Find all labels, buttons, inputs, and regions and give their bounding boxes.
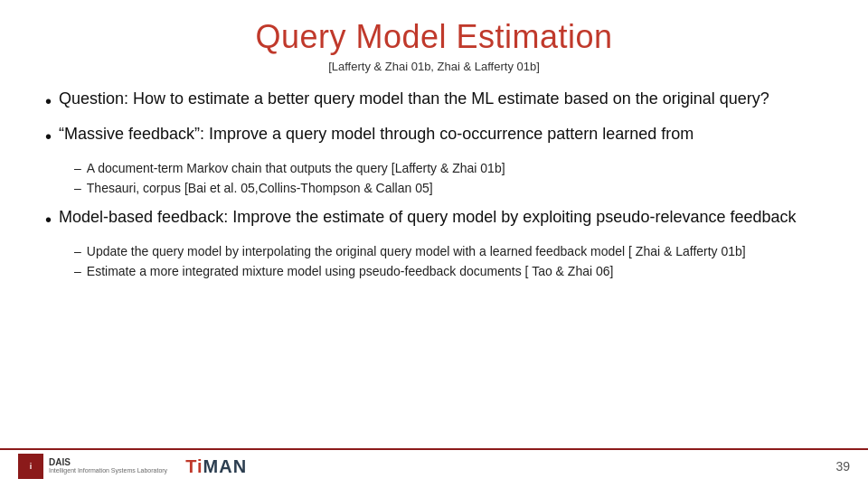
sub-bullet-3-2: – Estimate a more integrated mixture mod… — [74, 263, 823, 281]
timan-ti: Ti — [185, 456, 203, 476]
page-number: 39 — [835, 459, 850, 474]
dash-icon: – — [74, 263, 81, 281]
bullet-2: • “Massive feedback”: Improve a query mo… — [45, 123, 823, 149]
sub-bullet-2-2: – Thesauri, corpus [Bai et al. 05,Collin… — [74, 180, 823, 198]
dais-sub-text: Intelligent Information Systems Laborato… — [49, 467, 167, 474]
sub-bullet-2-1-text: A document-term Markov chain that output… — [87, 160, 505, 178]
dais-logo-box: i — [18, 454, 43, 479]
bullet-2-text: “Massive feedback”: Improve a query mode… — [59, 123, 823, 145]
footer-logos: i DAIS Intelligent Information Systems L… — [18, 454, 247, 479]
footer: i DAIS Intelligent Information Systems L… — [0, 454, 868, 479]
bullet-3: • Model-based feedback: Improve the esti… — [45, 206, 823, 232]
bottom-line — [0, 448, 868, 450]
dais-main-text: DAIS — [49, 457, 167, 467]
slide-title-container: Query Model Estimation — [45, 18, 823, 56]
bullet-1-dot: • — [45, 89, 52, 114]
dash-icon: – — [74, 180, 81, 198]
bullet-1-text: Question: How to estimate a better query… — [59, 88, 823, 110]
sub-bullet-2-1: – A document-term Markov chain that outp… — [74, 160, 823, 178]
timan-logo: TiMAN — [185, 456, 247, 477]
sub-bullet-3-1: – Update the query model by interpolatin… — [74, 243, 823, 261]
slide-subtitle: [Lafferty & Zhai 01b, Zhai & Lafferty 01… — [45, 60, 823, 73]
dash-icon: – — [74, 243, 81, 261]
slide: Query Model Estimation [Lafferty & Zhai … — [0, 0, 868, 488]
slide-content: • Question: How to estimate a better que… — [45, 88, 823, 443]
bullet-3-sub-bullets: – Update the query model by interpolatin… — [74, 243, 823, 280]
slide-title: Query Model Estimation — [45, 18, 823, 56]
bullet-2-dot: • — [45, 124, 52, 149]
dash-icon: – — [74, 160, 81, 178]
bullet-2-sub-bullets: – A document-term Markov chain that outp… — [74, 160, 823, 197]
sub-bullet-3-1-text: Update the query model by interpolating … — [87, 243, 746, 261]
bullet-3-dot: • — [45, 207, 52, 232]
timan-man: MAN — [203, 456, 248, 476]
dais-text-block: DAIS Intelligent Information Systems Lab… — [49, 457, 167, 474]
sub-bullet-3-2-text: Estimate a more integrated mixture model… — [87, 263, 614, 281]
bullet-3-text: Model-based feedback: Improve the estima… — [59, 206, 823, 229]
dais-logo-letter: i — [30, 462, 33, 471]
bullet-1: • Question: How to estimate a better que… — [45, 88, 823, 114]
dais-logo: i DAIS Intelligent Information Systems L… — [18, 454, 167, 479]
sub-bullet-2-2-text: Thesauri, corpus [Bai et al. 05,Collins-… — [87, 180, 433, 198]
